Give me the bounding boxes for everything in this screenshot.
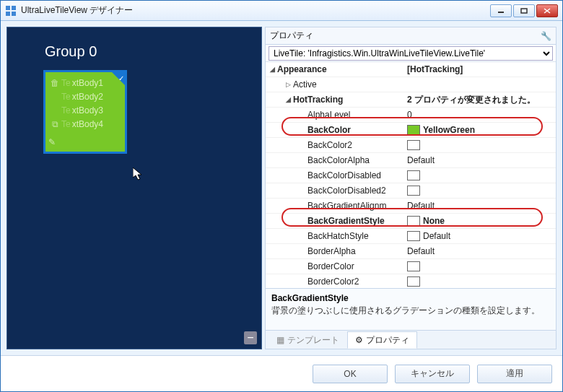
tile-line: xtBody3 — [72, 104, 103, 118]
svg-rect-0 — [6, 6, 10, 10]
svg-rect-1 — [12, 6, 16, 10]
svg-rect-3 — [12, 12, 16, 16]
collapse-button[interactable]: − — [244, 331, 257, 344]
client-area: Group 0 ✓ 🗑TextBody1 TextBody2 TextBody3… — [1, 21, 562, 355]
color-swatch[interactable] — [407, 125, 420, 135]
tile-line: xtBody2 — [72, 90, 103, 104]
wrench-icon[interactable]: 🔧 — [541, 31, 551, 41]
trash-icon: 🗑 — [50, 77, 60, 90]
copy-icon: ⧉ — [50, 118, 60, 131]
svg-rect-2 — [6, 12, 10, 16]
property-description: BackGradientStyle 背景の塗りつぶしに使用されるグラデーションの… — [266, 288, 556, 330]
close-button[interactable] — [536, 4, 558, 17]
tile-line: xtBody4 — [72, 118, 103, 131]
maximize-button[interactable] — [513, 4, 535, 17]
group-title: Group 0 — [45, 43, 261, 60]
svg-rect-5 — [521, 9, 527, 13]
color-swatch[interactable] — [407, 261, 420, 271]
designer-window: UltraLiveTileView デザイナー Group 0 ✓ 🗑TextB… — [0, 0, 563, 392]
tab-properties[interactable]: ⚙プロパティ — [347, 331, 417, 349]
object-selector-row: LiveTile: 'Infragistics.Win.UltraWinLive… — [266, 45, 556, 62]
minimize-button[interactable] — [490, 4, 512, 17]
object-selector[interactable]: LiveTile: 'Infragistics.Win.UltraWinLive… — [269, 46, 553, 61]
color-swatch[interactable] — [407, 140, 420, 150]
property-header-title: プロパティ — [270, 30, 313, 42]
svg-marker-8 — [133, 167, 141, 180]
expand-icon[interactable]: ▷ — [284, 81, 292, 88]
property-panel: プロパティ 🔧 LiveTile: 'Infragistics.Win.Ultr… — [265, 27, 557, 349]
app-icon — [5, 5, 17, 17]
tile-line: xtBody1 — [72, 77, 103, 90]
tab-strip: ▦テンプレート ⚙プロパティ — [266, 330, 556, 349]
cancel-button[interactable]: キャンセル — [395, 365, 470, 383]
desc-title: BackGradientStyle — [271, 293, 550, 303]
expand-icon[interactable]: ◢ — [284, 96, 292, 103]
window-title: UltraLiveTileView デザイナー — [21, 4, 133, 17]
expand-icon[interactable]: ◢ — [269, 66, 276, 73]
color-swatch[interactable] — [407, 170, 420, 180]
design-surface[interactable]: Group 0 ✓ 🗑TextBody1 TextBody2 TextBody3… — [6, 27, 262, 349]
cursor-icon — [133, 167, 144, 182]
live-tile[interactable]: ✓ 🗑TextBody1 TextBody2 TextBody3 ⧉TextBo… — [43, 70, 127, 154]
apply-button[interactable]: 適用 — [477, 365, 552, 383]
dialog-button-bar: OK キャンセル 適用 — [1, 355, 562, 391]
color-swatch[interactable] — [407, 186, 420, 196]
tab-template[interactable]: ▦テンプレート — [269, 331, 347, 349]
grid-icon: ▦ — [276, 335, 284, 345]
check-icon: ✓ — [118, 71, 124, 85]
property-grid[interactable]: ◢Appearance[HotTracking] ▷Active ◢HotTra… — [266, 62, 556, 288]
ok-button[interactable]: OK — [313, 365, 388, 383]
desc-body: 背景の塗りつぶしに使用されるグラデーションの種類を設定します。 — [271, 305, 550, 317]
pencil-icon: ✎ — [48, 136, 56, 149]
color-swatch[interactable] — [407, 216, 420, 226]
color-swatch[interactable] — [407, 231, 420, 241]
gear-icon: ⚙ — [355, 335, 363, 345]
titlebar: UltraLiveTileView デザイナー — [1, 1, 562, 21]
color-swatch[interactable] — [407, 276, 420, 287]
property-header: プロパティ 🔧 — [266, 27, 556, 45]
